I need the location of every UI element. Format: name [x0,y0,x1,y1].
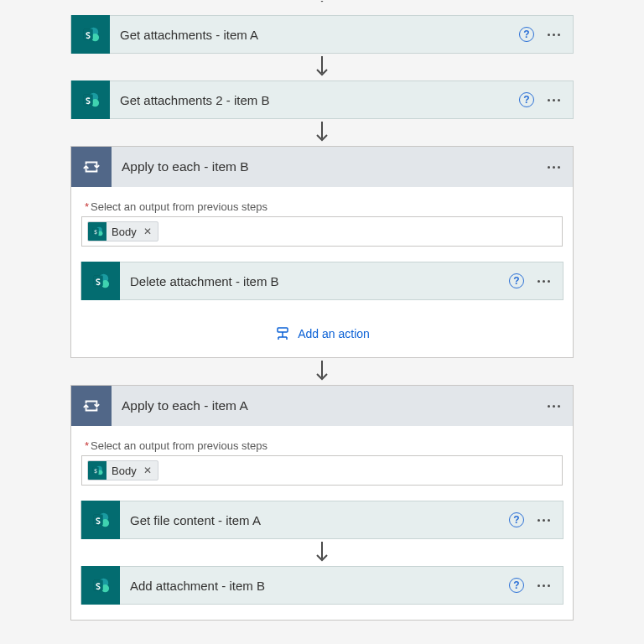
connector-arrow [314,0,330,15]
sharepoint-icon [88,461,106,480]
connector-arrow [314,54,330,80]
field-label: *Select an output from previous steps [85,439,563,452]
more-menu-icon[interactable] [536,280,551,283]
action-add-attachment-b[interactable]: Add attachment - item B ? [80,566,564,605]
sharepoint-icon [81,501,120,539]
connector-arrow [314,358,330,385]
dynamic-token[interactable]: Body ✕ [87,221,158,242]
sharepoint-icon [81,566,120,605]
help-icon[interactable]: ? [519,27,534,42]
add-action-icon [274,325,291,342]
output-select-field[interactable]: Body ✕ [81,216,563,247]
help-icon[interactable]: ? [509,273,524,288]
loop-header[interactable]: Apply to each - item A [71,386,573,426]
loop-icon [71,147,112,187]
flow-canvas: Get attachments - item A ? Get attachmen… [0,0,644,621]
action-get-file-content-a[interactable]: Get file content - item A ? [80,501,564,539]
loop-apply-each-a: Apply to each - item A *Select an output… [70,385,574,621]
more-menu-icon[interactable] [536,519,551,522]
loop-header[interactable]: Apply to each - item B [71,147,573,187]
loop-title: Apply to each - item A [112,398,546,413]
action-title: Delete attachment - item B [120,274,509,288]
sharepoint-icon [71,15,110,54]
action-title: Get file content - item A [120,513,509,527]
output-select-field[interactable]: Body ✕ [81,455,563,486]
action-title: Get attachments - item A [110,28,519,42]
more-menu-icon[interactable] [546,166,561,169]
action-delete-attachment-b[interactable]: Delete attachment - item B ? [80,262,564,300]
action-title: Add attachment - item B [120,579,509,593]
help-icon[interactable]: ? [519,92,534,107]
token-label: Body [106,226,142,238]
sharepoint-icon [81,262,120,300]
close-icon[interactable]: ✕ [142,465,158,476]
connector-arrow [314,119,330,146]
more-menu-icon[interactable] [546,99,561,101]
action-get-attachments-a[interactable]: Get attachments - item A ? [70,15,574,54]
more-menu-icon[interactable] [536,584,551,587]
field-label: *Select an output from previous steps [85,200,563,213]
help-icon[interactable]: ? [509,578,524,593]
action-get-attachments-b[interactable]: Get attachments 2 - item B ? [70,80,574,119]
token-label: Body [106,465,142,477]
add-action-button[interactable]: Add an action [274,325,370,342]
more-menu-icon[interactable] [546,34,561,36]
loop-apply-each-b: Apply to each - item B *Select an output… [70,146,574,358]
more-menu-icon[interactable] [546,405,561,408]
close-icon[interactable]: ✕ [142,226,158,237]
connector-arrow [314,539,330,566]
help-icon[interactable]: ? [509,512,524,527]
loop-icon [71,386,112,426]
action-title: Get attachments 2 - item B [110,93,519,107]
loop-title: Apply to each - item B [112,159,546,174]
dynamic-token[interactable]: Body ✕ [87,460,158,480]
sharepoint-icon [88,222,106,241]
add-action-label: Add an action [298,327,370,340]
sharepoint-icon [71,80,110,119]
